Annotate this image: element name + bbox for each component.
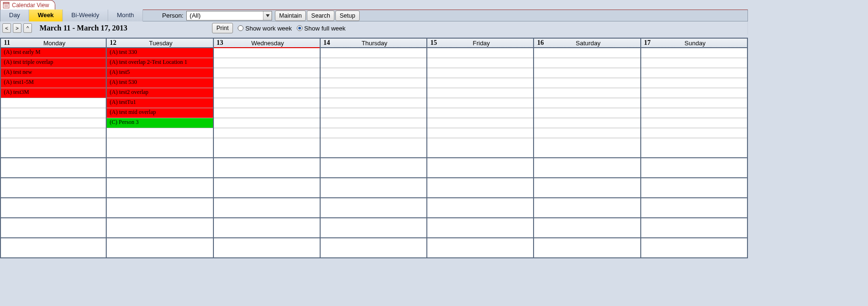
day-header-thursday[interactable]: 14 Thursday — [321, 39, 427, 47]
day-header-wednesday[interactable]: 13 Wednesday — [214, 39, 321, 47]
calendar-event[interactable]: (A) test mid overlap — [107, 108, 212, 118]
calendar-slot[interactable] — [321, 58, 426, 68]
calendar-slot[interactable] — [1, 128, 106, 138]
calendar-slot[interactable] — [641, 78, 747, 88]
calendar-slot[interactable] — [534, 118, 640, 128]
calendar-slot[interactable] — [1, 158, 106, 178]
calendar-slot[interactable] — [534, 218, 640, 238]
calendar-slot[interactable] — [641, 118, 747, 128]
calendar-slot[interactable] — [427, 238, 533, 258]
calendar-slot[interactable] — [214, 118, 320, 128]
calendar-slot[interactable] — [427, 88, 533, 98]
day-header-tuesday[interactable]: 12 Tuesday — [107, 39, 213, 47]
view-biweekly-button[interactable]: Bi-Weekly — [63, 10, 108, 21]
calendar-slot[interactable] — [321, 88, 426, 98]
calendar-slot[interactable] — [427, 58, 533, 68]
calendar-column[interactable] — [641, 48, 748, 258]
calendar-slot[interactable] — [214, 48, 320, 58]
show-full-week-radio[interactable]: Show full week — [297, 25, 346, 32]
calendar-event[interactable]: (A) testTu1 — [107, 98, 212, 108]
calendar-slot[interactable] — [1, 98, 106, 108]
calendar-event[interactable]: (A) test2 overlap — [107, 88, 212, 98]
prev-button[interactable]: < — [2, 23, 11, 33]
calendar-event[interactable]: (A) test new — [1, 68, 106, 78]
calendar-slot[interactable] — [214, 128, 320, 138]
setup-button[interactable]: Setup — [335, 10, 360, 21]
calendar-event[interactable]: (A) test triple overlap — [1, 58, 106, 68]
view-day-button[interactable]: Day — [0, 10, 29, 21]
calendar-event[interactable]: (A) test 330 — [107, 48, 212, 58]
calendar-slot[interactable] — [214, 98, 320, 108]
calendar-slot[interactable] — [107, 178, 212, 198]
calendar-slot[interactable] — [427, 158, 533, 178]
calendar-slot[interactable] — [107, 198, 212, 218]
calendar-slot[interactable] — [641, 68, 747, 78]
view-week-button[interactable]: Week — [29, 10, 63, 21]
calendar-event[interactable]: (A) test overlap 2-Test Location 1 — [107, 58, 212, 68]
maintain-button[interactable]: Maintain — [275, 10, 306, 21]
day-header-sunday[interactable]: 17 Sunday — [641, 39, 748, 47]
calendar-slot[interactable] — [321, 68, 426, 78]
calendar-slot[interactable] — [534, 198, 640, 218]
calendar-slot[interactable] — [641, 88, 747, 98]
calendar-slot[interactable] — [534, 178, 640, 198]
calendar-slot[interactable] — [534, 128, 640, 138]
calendar-slot[interactable] — [107, 158, 212, 178]
calendar-slot[interactable] — [534, 58, 640, 68]
calendar-slot[interactable] — [641, 198, 747, 218]
calendar-slot[interactable] — [321, 98, 426, 108]
calendar-slot[interactable] — [534, 48, 640, 58]
day-header-saturday[interactable]: 16 Saturday — [534, 39, 641, 47]
calendar-slot[interactable] — [641, 158, 747, 178]
calendar-slot[interactable] — [641, 98, 747, 108]
calendar-event[interactable]: (C) Person 3 — [107, 118, 212, 128]
next-button[interactable]: > — [13, 23, 21, 33]
calendar-slot[interactable] — [534, 68, 640, 78]
calendar-slot[interactable] — [214, 198, 320, 218]
calendar-slot[interactable] — [641, 58, 747, 68]
calendar-slot[interactable] — [427, 78, 533, 88]
day-header-monday[interactable]: 11 Monday — [0, 39, 107, 47]
calendar-slot[interactable] — [427, 198, 533, 218]
calendar-slot[interactable] — [214, 138, 320, 158]
calendar-slot[interactable] — [427, 68, 533, 78]
calendar-slot[interactable] — [321, 118, 426, 128]
calendar-event[interactable]: (A) test 530 — [107, 78, 212, 88]
calendar-slot[interactable] — [214, 158, 320, 178]
calendar-slot[interactable] — [641, 218, 747, 238]
calendar-slot[interactable] — [321, 138, 426, 158]
calendar-column[interactable] — [534, 48, 641, 258]
calendar-slot[interactable] — [427, 218, 533, 238]
print-button[interactable]: Print — [212, 23, 233, 33]
calendar-event[interactable]: (A) test5 — [107, 68, 212, 78]
calendar-slot[interactable] — [214, 88, 320, 98]
calendar-slot[interactable] — [534, 98, 640, 108]
calendar-slot[interactable] — [427, 48, 533, 58]
person-select[interactable]: (All) — [186, 11, 272, 20]
calendar-slot[interactable] — [427, 128, 533, 138]
calendar-slot[interactable] — [427, 178, 533, 198]
calendar-slot[interactable] — [534, 158, 640, 178]
calendar-slot[interactable] — [321, 178, 426, 198]
calendar-column[interactable] — [427, 48, 534, 258]
calendar-event[interactable]: (A) test3M — [1, 88, 106, 98]
calendar-slot[interactable] — [1, 108, 106, 118]
calendar-slot[interactable] — [1, 238, 106, 258]
calendar-slot[interactable] — [427, 98, 533, 108]
calendar-slot[interactable] — [214, 238, 320, 258]
calendar-slot[interactable] — [534, 238, 640, 258]
calendar-slot[interactable] — [427, 138, 533, 158]
calendar-slot[interactable] — [641, 128, 747, 138]
calendar-slot[interactable] — [534, 108, 640, 118]
calendar-slot[interactable] — [534, 78, 640, 88]
calendar-slot[interactable] — [1, 178, 106, 198]
calendar-slot[interactable] — [1, 198, 106, 218]
calendar-slot[interactable] — [321, 48, 426, 58]
calendar-slot[interactable] — [214, 108, 320, 118]
calendar-slot[interactable] — [641, 48, 747, 58]
calendar-slot[interactable] — [641, 138, 747, 158]
calendar-column[interactable]: (A) test 330(A) test overlap 2-Test Loca… — [107, 48, 213, 258]
chevron-down-icon[interactable] — [263, 11, 272, 20]
calendar-event[interactable]: (A) test1-5M — [1, 78, 106, 88]
search-button[interactable]: Search — [307, 10, 334, 21]
